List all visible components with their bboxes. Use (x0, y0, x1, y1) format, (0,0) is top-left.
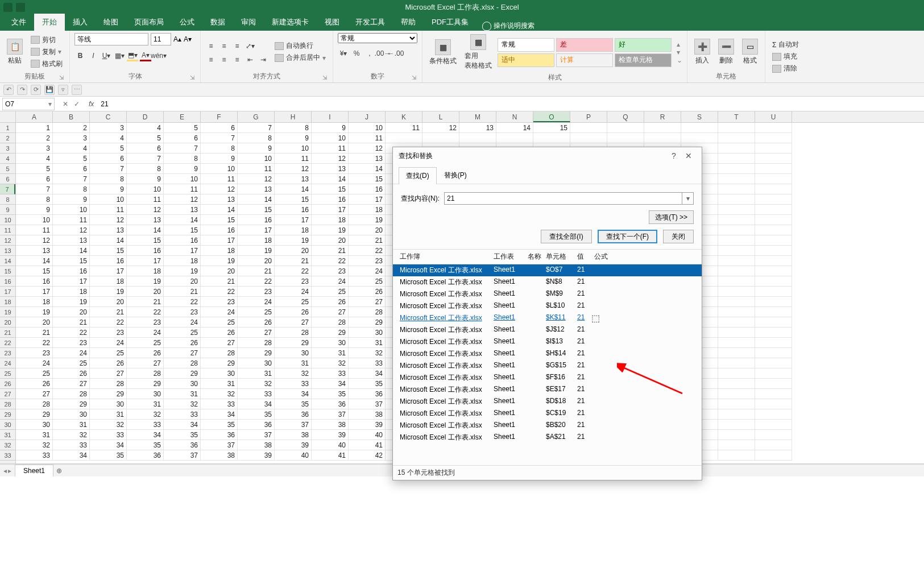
cell[interactable]: 22 (90, 317, 127, 328)
align-center-icon[interactable]: ≡ (218, 54, 230, 65)
cell[interactable]: 38 (312, 420, 349, 430)
ribbon-tab-11[interactable]: 帮助 (393, 14, 424, 31)
cell[interactable]: 12 (238, 174, 275, 184)
cell[interactable]: 14 (53, 246, 90, 256)
cell[interactable]: 15 (164, 225, 201, 235)
cell[interactable]: 29 (127, 379, 164, 389)
bold-button[interactable]: B (74, 50, 86, 61)
cell[interactable]: 13 (90, 225, 127, 235)
cell[interactable]: 38 (349, 409, 386, 420)
save-icon[interactable]: 💾 (44, 85, 55, 95)
cell[interactable] (755, 276, 792, 287)
cell[interactable]: 13 (164, 205, 201, 215)
cell[interactable] (755, 143, 792, 154)
cell[interactable]: 26 (201, 328, 238, 338)
cell[interactable]: 20 (53, 307, 90, 317)
cell[interactable]: 19 (127, 276, 164, 287)
cell[interactable]: 38 (201, 450, 238, 461)
cell[interactable]: 16 (127, 246, 164, 256)
row-header-33[interactable]: 33 (0, 450, 15, 461)
cell[interactable]: 21 (349, 235, 386, 246)
cell[interactable] (607, 133, 644, 143)
cell[interactable]: 28 (275, 328, 312, 338)
cell[interactable] (755, 317, 792, 328)
cell[interactable]: 20 (238, 256, 275, 266)
cell[interactable]: 17 (164, 246, 201, 256)
cell[interactable]: 19 (164, 266, 201, 276)
row-header-11[interactable]: 11 (0, 225, 15, 235)
row-header-6[interactable]: 6 (0, 174, 15, 184)
cell[interactable]: 9 (16, 205, 53, 215)
cell[interactable]: 18 (127, 266, 164, 276)
cell[interactable]: 39 (275, 440, 312, 450)
cell[interactable] (718, 143, 755, 154)
row-header-4[interactable]: 4 (0, 154, 15, 164)
column-headers[interactable]: ABCDEFGHIJKLMNOPQRSTU (16, 111, 924, 123)
cell[interactable]: 15 (201, 215, 238, 225)
cell[interactable]: 15 (312, 184, 349, 194)
close-icon[interactable]: ✕ (681, 151, 696, 160)
wrap-text-button[interactable]: 自动换行 (272, 40, 328, 51)
cell[interactable]: 8 (90, 174, 127, 184)
cell[interactable]: 6 (201, 123, 238, 133)
cell[interactable] (718, 276, 755, 287)
cell[interactable] (755, 256, 792, 266)
col-header-L[interactable]: L (422, 111, 459, 122)
cell[interactable]: 9 (127, 174, 164, 184)
cell[interactable]: 32 (164, 399, 201, 409)
ribbon-tab-5[interactable]: 公式 (172, 14, 202, 31)
cell[interactable] (718, 297, 755, 307)
cell[interactable]: 15 (127, 235, 164, 246)
cell[interactable]: 42 (349, 450, 386, 461)
cell[interactable]: 14 (201, 205, 238, 215)
cell[interactable]: 18 (238, 235, 275, 246)
cell[interactable]: 14 (496, 123, 533, 133)
find-next-button[interactable]: 查找下一个(F) (598, 230, 657, 243)
cell[interactable]: 13 (127, 215, 164, 225)
decrease-font-icon[interactable]: A▾ (184, 35, 192, 43)
cell[interactable]: 28 (16, 399, 53, 409)
cell[interactable]: 19 (349, 215, 386, 225)
cell[interactable]: 16 (238, 215, 275, 225)
cell[interactable]: 9 (238, 143, 275, 154)
cell[interactable] (755, 440, 792, 450)
cell[interactable]: 20 (16, 317, 53, 328)
ribbon-tab-3[interactable]: 绘图 (96, 14, 126, 31)
cell[interactable]: 20 (90, 297, 127, 307)
cell[interactable]: 15 (53, 256, 90, 266)
cell[interactable]: 28 (164, 358, 201, 368)
dialog-launcher-icon[interactable]: ⇲ (58, 74, 65, 81)
align-top-icon[interactable]: ≡ (205, 40, 217, 52)
ribbon-tab-10[interactable]: 开发工具 (347, 14, 393, 31)
cell[interactable]: 28 (238, 338, 275, 348)
cell[interactable]: 36 (312, 399, 349, 409)
cell[interactable] (755, 205, 792, 215)
style-cell-3[interactable]: 适中 (498, 53, 554, 67)
cell[interactable]: 31 (127, 399, 164, 409)
options-button[interactable]: 选项(T) >> (649, 210, 694, 224)
cell[interactable]: 16 (90, 256, 127, 266)
cell[interactable] (755, 420, 792, 430)
find-results-list[interactable]: Microsoft Excel 工作表.xlsxSheet1$O$721Micr… (393, 264, 702, 465)
col-header-B[interactable]: B (53, 111, 90, 122)
col-header-U[interactable]: U (755, 111, 792, 122)
cell[interactable]: 11 (90, 205, 127, 215)
cell[interactable]: 27 (53, 379, 90, 389)
cell[interactable]: 30 (53, 409, 90, 420)
cell[interactable]: 29 (312, 328, 349, 338)
gallery-more-icon[interactable]: ⌄ (677, 56, 682, 64)
cell[interactable]: 17 (90, 266, 127, 276)
cell[interactable]: 27 (312, 307, 349, 317)
cell[interactable]: 24 (312, 276, 349, 287)
cell[interactable]: 30 (127, 389, 164, 399)
cell[interactable]: 12 (312, 154, 349, 164)
cell[interactable]: 30 (275, 348, 312, 358)
cell[interactable] (755, 358, 792, 368)
cell[interactable]: 11 (312, 143, 349, 154)
cell[interactable] (718, 348, 755, 358)
cell[interactable]: 10 (275, 143, 312, 154)
cell[interactable]: 27 (164, 348, 201, 358)
row-header-27[interactable]: 27 (0, 389, 15, 399)
cell[interactable]: 21 (90, 307, 127, 317)
col-header-D[interactable]: D (127, 111, 164, 122)
